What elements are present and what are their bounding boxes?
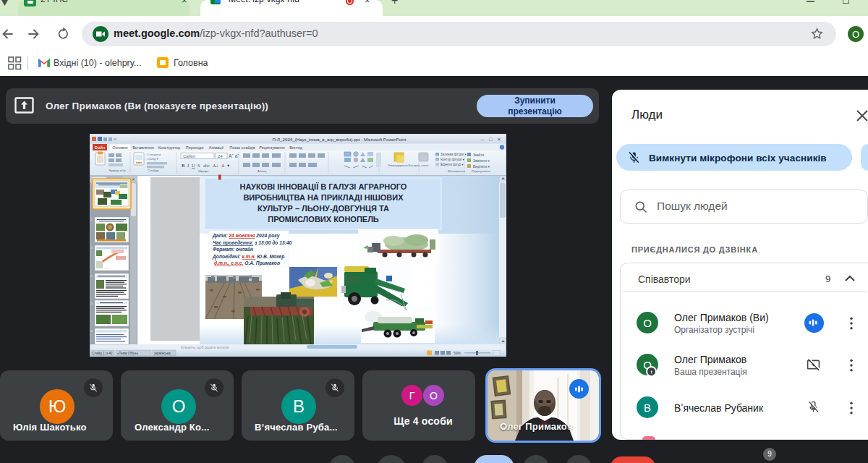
svg-text:✕: ✕ — [497, 137, 501, 142]
svg-text:Контур фігури ▾: Контур фігури ▾ — [441, 158, 464, 161]
svg-text:«Тема Office»: «Тема Office» — [117, 352, 139, 355]
svg-text:–: – — [481, 137, 484, 142]
svg-text:Переходи: Переходи — [186, 145, 203, 150]
svg-text:Показ слайдів: Показ слайдів — [229, 145, 255, 150]
svg-text:abc: abc — [203, 163, 210, 168]
svg-text:українська: українська — [154, 352, 171, 355]
svg-text:Малювання: Малювання — [448, 169, 466, 173]
svg-text:Основне: Основне — [112, 145, 128, 150]
svg-text:.....: ..... — [105, 267, 109, 270]
svg-text:Буфер обм...: Буфер обм... — [109, 169, 128, 172]
svg-text:Абзац: Абзац — [258, 169, 267, 173]
svg-text:Заливка фігури ▾: Заливка фігури ▾ — [441, 153, 467, 156]
svg-text:Файл: Файл — [95, 145, 106, 150]
svg-text:Час проведення: з 13:00 до 13:: Час проведення: з 13:00 до 13:40 — [213, 240, 292, 246]
svg-text:✕: ✕ — [132, 177, 135, 182]
svg-text:S: S — [197, 163, 200, 168]
svg-text:Конструктор: Конструктор — [158, 145, 181, 150]
svg-text:59%: 59% — [454, 351, 461, 355]
svg-text:Клацніть, щоб додати нотатки: Клацніть, щоб додати нотатки — [181, 346, 229, 349]
svg-text:Виділити ▾: Виділити ▾ — [473, 165, 490, 169]
svg-text:слайд ▾: слайд ▾ — [147, 157, 158, 161]
svg-text:П-Л_2024_(Наук_іннов_в_агр_вир: П-Л_2024_(Наук_іннов_в_агр_виробн).ppt -… — [273, 137, 407, 142]
svg-text:Доповідачі: к.т.н. Ю.В. Мохер: Доповідачі: к.т.н. Ю.В. Мохер — [212, 254, 284, 260]
svg-text:24: 24 — [218, 154, 223, 158]
svg-text:B: B — [182, 163, 185, 168]
svg-text:д.т.н., с.н.с. О.А. Примаков: д.т.н., с.н.с. О.А. Примаков — [214, 260, 280, 266]
svg-text:Анімації: Анімації — [209, 145, 224, 150]
svg-text:Вставлення: Вставлення — [132, 145, 154, 150]
svg-text:Слайд 1 із 40: Слайд 1 із 40 — [92, 351, 113, 355]
svg-text:Шрифт: Шрифт — [198, 169, 208, 173]
svg-text:Упорядкувати Експрес-стилі: Упорядкувати Експрес-стилі — [388, 163, 428, 167]
svg-text:Рецензування: Рецензування — [259, 145, 284, 150]
svg-text:Створити: Створити — [147, 153, 161, 156]
svg-text:Вигляд: Вигляд — [289, 145, 303, 150]
svg-text:A↓: A↓ — [213, 163, 218, 168]
svg-text:Дата: 24 жовтня 2024 року: Дата: 24 жовтня 2024 року — [212, 233, 280, 239]
svg-text:ВИРОБНИЦТВА НА ПРИКЛАДІ НІШОВИ: ВИРОБНИЦТВА НА ПРИКЛАДІ НІШОВИХ — [243, 193, 404, 202]
svg-text:КУЛЬТУР – ЛЬОНУ-ДОВГУНЦЯ ТА: КУЛЬТУР – ЛЬОНУ-ДОВГУНЦЯ ТА — [258, 204, 389, 213]
svg-text:ПРОМИСЛОВИХ КОНОПЕЛЬ: ПРОМИСЛОВИХ КОНОПЕЛЬ — [268, 215, 379, 224]
svg-text:Замінити ▾: Замінити ▾ — [473, 159, 490, 163]
svg-text:Слайди: Слайди — [148, 169, 159, 172]
svg-text:Редагування: Редагування — [472, 169, 490, 173]
svg-text:A: A — [221, 163, 225, 168]
svg-text:U: U — [192, 163, 195, 168]
svg-text:Calibri: Calibri — [183, 154, 195, 158]
svg-text:Ефекти фігур ▾: Ефекти фігур ▾ — [441, 163, 464, 166]
svg-text:Формат: онлайн: Формат: онлайн — [213, 247, 253, 252]
svg-text:Знайти: Знайти — [473, 153, 485, 157]
svg-text:Aˆ aˇ: Aˆ aˇ — [229, 153, 239, 158]
svg-text:НАУКОВІ ІННОВАЦІЇ В ГАЛУЗІ АГР: НАУКОВІ ІННОВАЦІЇ В ГАЛУЗІ АГРАРНОГО — [240, 182, 407, 191]
